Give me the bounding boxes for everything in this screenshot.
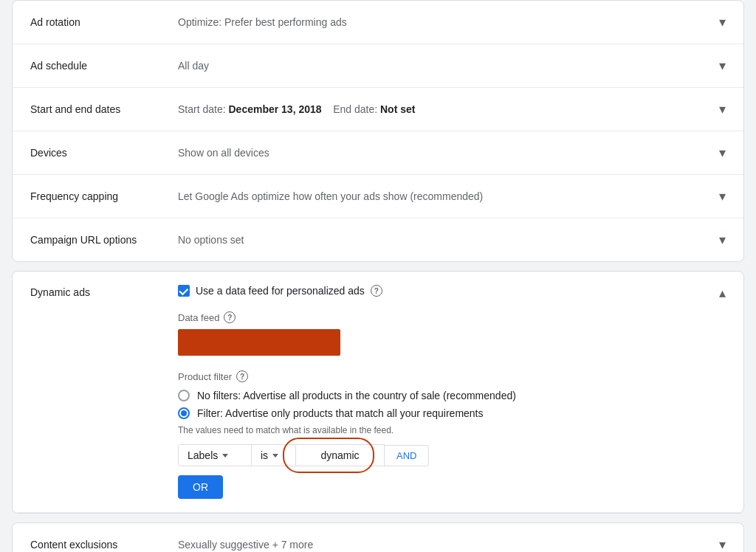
frequency-capping-label: Frequency capping [30, 190, 178, 202]
data-feed-help-icon[interactable]: ? [371, 285, 382, 297]
start-date-prefix: Start date: [178, 103, 228, 115]
devices-row[interactable]: Devices Show on all devices ▾ [13, 131, 743, 175]
data-feed-input[interactable] [178, 329, 340, 356]
data-feed-label-text: Data feed [178, 312, 219, 323]
product-filter-section: Product filter ? No filters: Advertise a… [178, 370, 719, 499]
data-feed-toggle-row: Use a data feed for personalized ads ? [178, 285, 719, 297]
filter-value-box[interactable]: dynamic [296, 444, 385, 466]
product-filter-label: Product filter ? [178, 370, 719, 382]
dynamic-ads-content: Use a data feed for personalized ads ? D… [178, 285, 719, 499]
campaign-url-row[interactable]: Campaign URL options No options set ▾ [13, 218, 743, 261]
ad-schedule-chevron: ▾ [719, 58, 726, 74]
ad-rotation-row[interactable]: Ad rotation Optimize: Prefer best perfor… [13, 1, 743, 44]
campaign-url-value: No options set [178, 234, 710, 246]
start-date-bold: December 13, 2018 [228, 103, 321, 115]
dynamic-ads-chevron-up: ▴ [719, 285, 726, 301]
filter-radio-row[interactable]: Filter: Advertise only products that mat… [178, 407, 719, 419]
content-exclusions-label: Content exclusions [30, 539, 178, 551]
devices-label: Devices [30, 147, 178, 159]
filter-labels-text: Labels [188, 449, 218, 461]
product-filter-label-text: Product filter [178, 371, 232, 382]
and-button[interactable]: AND [385, 445, 429, 466]
filter-labels-chevron-icon [222, 454, 228, 458]
content-exclusions-card: Content exclusions Sexually suggestive +… [12, 522, 744, 552]
settings-card: Ad rotation Optimize: Prefer best perfor… [12, 0, 744, 262]
filter-op-text: is [261, 449, 268, 461]
no-filter-radio[interactable] [178, 390, 190, 401]
filter-op-chevron-icon [272, 454, 278, 458]
start-end-dates-label: Start and end dates [30, 103, 178, 115]
filter-helper-text: The values need to match what is availab… [178, 425, 719, 435]
ad-rotation-chevron: ▾ [719, 14, 726, 30]
ad-rotation-value: Optimize: Prefer best performing ads [178, 16, 710, 28]
filter-value-text: dynamic [320, 449, 359, 461]
campaign-url-chevron: ▾ [719, 232, 726, 248]
start-end-dates-chevron: ▾ [719, 101, 726, 117]
ad-rotation-label: Ad rotation [30, 16, 178, 28]
start-end-dates-row[interactable]: Start and end dates Start date: December… [13, 88, 743, 131]
ad-schedule-label: Ad schedule [30, 60, 178, 72]
dynamic-ads-card: Dynamic ads Use a data feed for personal… [12, 271, 744, 514]
end-date-bold: Not set [380, 103, 415, 115]
start-end-dates-value: Start date: December 13, 2018 End date: … [178, 103, 710, 115]
ad-schedule-value: All day [178, 60, 710, 72]
frequency-capping-chevron: ▾ [719, 188, 726, 204]
no-filter-radio-row[interactable]: No filters: Advertise all products in th… [178, 390, 719, 401]
filter-radio[interactable] [178, 407, 190, 419]
ad-schedule-row[interactable]: Ad schedule All day ▾ [13, 44, 743, 88]
frequency-capping-row[interactable]: Frequency capping Let Google Ads optimiz… [13, 175, 743, 218]
end-date-prefix: End date: [330, 103, 380, 115]
devices-chevron: ▾ [719, 145, 726, 161]
data-feed-checkbox[interactable] [178, 285, 190, 297]
campaign-url-label: Campaign URL options [30, 234, 178, 246]
content-exclusions-value: Sexually suggestive + 7 more [178, 539, 710, 551]
filter-labels-select[interactable]: Labels [178, 444, 252, 466]
product-filter-help-icon[interactable]: ? [236, 370, 248, 382]
no-filter-label: No filters: Advertise all products in th… [197, 390, 516, 401]
data-feed-label-help-icon[interactable]: ? [224, 311, 236, 323]
frequency-capping-value: Let Google Ads optimize how often your a… [178, 190, 710, 202]
data-feed-toggle-label: Use a data feed for personalized ads [196, 285, 365, 297]
filter-label: Filter: Advertise only products that mat… [197, 407, 484, 419]
filter-op-select[interactable]: is [252, 444, 296, 466]
content-exclusions-chevron: ▾ [719, 537, 726, 552]
devices-value: Show on all devices [178, 147, 710, 159]
dynamic-ads-label: Dynamic ads [30, 285, 178, 298]
dynamic-ads-header: Dynamic ads Use a data feed for personal… [13, 272, 743, 513]
page-wrapper: Ad rotation Optimize: Prefer best perfor… [0, 0, 756, 552]
or-button[interactable]: OR [178, 475, 223, 499]
content-exclusions-row[interactable]: Content exclusions Sexually suggestive +… [13, 523, 743, 552]
data-feed-field-label: Data feed ? [178, 311, 719, 323]
filter-criteria-row: Labels is dynamic AND [178, 444, 719, 466]
